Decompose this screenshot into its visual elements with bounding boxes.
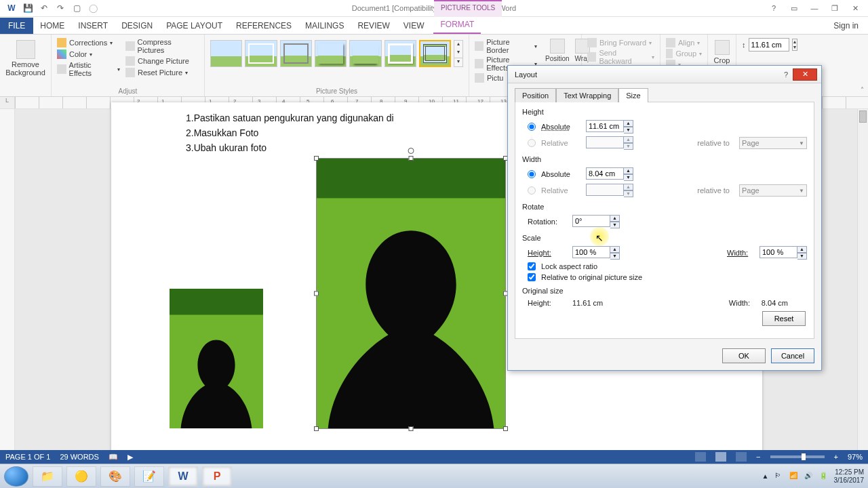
task-word[interactable]: W [168,466,198,487]
tray-expand-icon[interactable]: ▲ [762,472,769,480]
tray-network-icon[interactable]: 📶 [789,472,799,481]
zoom-slider-knob[interactable] [802,453,806,460]
style-thumb-3[interactable] [280,40,312,67]
tab-file[interactable]: FILE [0,18,33,34]
tray-action-center-icon[interactable]: 🏳 [774,472,784,481]
relative-original-checkbox[interactable] [528,273,536,281]
remove-background-button[interactable]: Remove Background [5,37,45,79]
view-print-layout[interactable] [715,452,726,462]
photo-small[interactable] [170,289,263,428]
scale-width-input[interactable] [760,246,797,258]
reset-picture-button[interactable]: Reset Picture▾ [125,67,199,78]
width-absolute-radio[interactable] [528,170,536,178]
tab-page-layout[interactable]: PAGE LAYOUT [159,18,229,34]
zoom-out-button[interactable]: − [756,453,760,461]
close-icon[interactable]: ✕ [849,2,861,14]
tab-review[interactable]: REVIEW [351,18,396,34]
status-proofing-icon[interactable]: 📖 [108,453,118,462]
spin-down-icon[interactable]: ▼ [624,127,633,134]
view-web-layout[interactable] [736,452,747,462]
resize-handle-nw[interactable] [314,156,319,161]
tab-insert[interactable]: INSERT [71,18,115,34]
taskbar-clock[interactable]: 12:25 PM 3/16/2017 [834,468,865,485]
spin-up-icon[interactable]: ▲ [624,120,633,127]
rotation-handle[interactable] [408,148,414,154]
ribbon-options-icon[interactable]: ▭ [788,2,800,14]
width-absolute-input[interactable] [586,167,624,180]
ok-button[interactable]: OK [722,348,766,363]
redo-icon[interactable]: ↷ [56,3,65,13]
photo-large-selected[interactable] [316,158,506,429]
minimize-icon[interactable]: — [808,2,821,14]
resize-handle-w[interactable] [314,291,319,296]
lock-aspect-checkbox[interactable] [528,262,536,270]
status-page[interactable]: PAGE 1 OF 1 [5,453,50,461]
zoom-percent[interactable]: 97% [848,453,863,461]
status-words[interactable]: 29 WORDS [60,453,98,461]
width-relative-radio[interactable] [528,186,536,195]
reset-button[interactable]: Reset [762,311,806,326]
restore-icon[interactable]: ❐ [829,2,841,14]
tab-view[interactable]: VIEW [397,18,431,34]
dialog-help-icon[interactable]: ? [779,70,793,79]
change-picture-button[interactable]: Change Picture [125,56,199,66]
align-button[interactable]: Align▾ [666,37,702,48]
vertical-ruler[interactable] [0,109,15,461]
rotation-input[interactable] [572,215,610,227]
vertical-scrollbar[interactable] [857,109,868,461]
save-icon[interactable]: 💾 [23,3,33,13]
picture-style-gallery[interactable]: ▴▾▾ [210,37,463,67]
height-relative-radio[interactable] [528,139,536,147]
task-powerpoint[interactable]: P [202,466,232,487]
help-icon[interactable]: ? [768,2,780,14]
cancel-button[interactable]: Cancel [771,348,814,363]
color-button[interactable]: Color▾ [57,49,120,60]
view-read-mode[interactable] [695,452,706,462]
collapse-ribbon-icon[interactable]: ˄ [861,86,864,94]
scrollbar-thumb[interactable] [859,110,867,123]
zoom-in-button[interactable]: + [834,453,838,461]
gallery-more-button[interactable]: ▴▾▾ [454,40,463,67]
bring-forward-button[interactable]: Bring Forward▾ [587,37,654,48]
resize-handle-s[interactable] [409,426,414,431]
artistic-effects-button[interactable]: Artistic Effects▾ [57,60,120,78]
compress-pictures-button[interactable]: Compress Pictures [125,37,199,55]
touch-mode-icon[interactable]: ◯ [88,3,98,13]
group-button[interactable]: Group▾ [666,48,702,59]
dialog-titlebar[interactable]: Layout ? ✕ [508,66,821,83]
tray-battery-icon[interactable]: 🔋 [819,472,829,481]
shape-height-input[interactable] [749,38,789,52]
scale-height-input[interactable] [572,246,610,258]
task-chrome[interactable]: 🟡 [66,466,96,487]
tray-volume-icon[interactable]: 🔊 [804,472,814,481]
dialog-tab-size[interactable]: Size [618,88,648,102]
picture-border-button[interactable]: Picture Border▾ [475,37,537,55]
dialog-close-button[interactable]: ✕ [793,68,817,81]
height-absolute-input[interactable] [586,120,624,132]
resize-handle-sw[interactable] [314,426,319,431]
height-absolute-radio[interactable] [528,123,536,131]
style-thumb-7[interactable] [419,40,451,67]
crop-button[interactable]: Crop [713,37,730,67]
resize-handle-n[interactable] [409,156,414,161]
tab-format[interactable]: FORMAT [433,16,481,34]
task-explorer[interactable]: 📁 [33,466,62,487]
style-thumb-4[interactable] [315,40,347,67]
send-backward-button[interactable]: Send Backward▾ [587,48,654,66]
tab-mailings[interactable]: MAILINGS [298,18,351,34]
sign-in-link[interactable]: Sign in [824,18,868,34]
document-text[interactable]: 1.Pastikan satuan pengukuran yang diguna… [186,110,394,155]
dialog-tab-position[interactable]: Position [515,88,556,102]
tab-home[interactable]: HOME [33,18,71,34]
tab-references[interactable]: REFERENCES [229,18,298,34]
position-button[interactable]: Position [544,37,571,64]
style-thumb-2[interactable] [245,40,277,67]
resize-handle-se[interactable] [503,426,508,431]
dialog-tab-text-wrapping[interactable]: Text Wrapping [556,88,618,102]
style-thumb-6[interactable] [384,40,416,67]
start-button[interactable] [4,466,28,487]
corrections-button[interactable]: Corrections▾ [57,37,120,48]
new-doc-icon[interactable]: ▢ [72,3,81,13]
tab-design[interactable]: DESIGN [115,18,159,34]
style-thumb-5[interactable] [349,40,381,67]
